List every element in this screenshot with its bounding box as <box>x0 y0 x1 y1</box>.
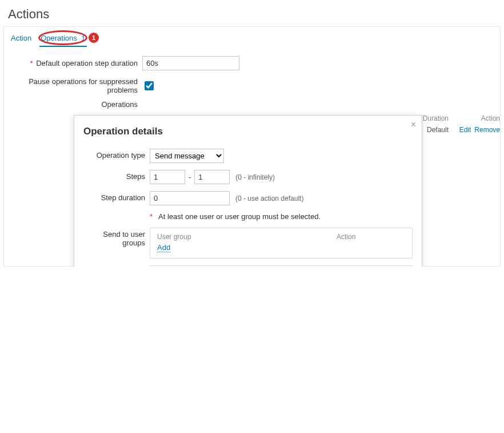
close-icon[interactable]: × <box>411 120 416 129</box>
row-send-users: Send to users User Action Admin (Zabbix … <box>83 262 413 267</box>
input-default-step-duration[interactable] <box>142 56 239 70</box>
label-operation-type: Operation type <box>83 149 150 160</box>
page-title: Actions <box>0 0 504 26</box>
hint-step-duration: (0 - use action default) <box>235 194 303 202</box>
input-step-to[interactable] <box>194 170 230 184</box>
input-step-duration[interactable] <box>150 191 230 205</box>
row-operations: Operations <box>4 98 500 112</box>
operation-details-modal: × Operation details Operation type Send … <box>74 115 422 267</box>
row-operation-type: Operation type Send message <box>83 145 413 166</box>
col-group-action: Action <box>337 233 405 241</box>
table-user-groups: User group Action Add <box>150 228 413 259</box>
required-star-hint: * <box>150 212 153 221</box>
label-send-groups: Send to user groups <box>83 228 150 247</box>
label-default-step-duration: * Default operation step duration <box>10 59 142 67</box>
col-action: Action <box>449 114 500 122</box>
tab-operations-label: Operations <box>41 34 77 42</box>
select-operation-type[interactable]: Send message <box>150 149 224 163</box>
hint-must-select: At least one user or user group must be … <box>158 212 321 221</box>
row-send-groups: Send to user groups User group Action Ad… <box>83 224 413 262</box>
modal-title: Operation details <box>83 126 413 137</box>
row-must-select: * At least one user or user group must b… <box>83 209 413 224</box>
table-users: User Action Admin (Zabbix Administrator)… <box>150 265 413 267</box>
tab-action[interactable]: Action <box>10 31 33 47</box>
label-send-users: Send to users <box>83 265 150 267</box>
input-step-from[interactable] <box>150 170 185 184</box>
label-steps: Steps <box>83 170 150 181</box>
row-steps: Steps - (0 - infinitely) <box>83 166 413 188</box>
hint-steps: (0 - infinitely) <box>235 173 275 181</box>
row-pause-suppressed: Pause operations for suppressed problems <box>4 74 500 98</box>
label-step-duration: Step duration <box>83 191 150 202</box>
row-default-step-duration: * Default operation step duration <box>4 53 500 74</box>
annotation-badge-1: 1 <box>89 33 99 43</box>
dash: - <box>189 173 191 181</box>
col-user-group: User group <box>157 233 337 241</box>
tab-operations-count: 1 <box>81 34 85 42</box>
checkbox-pause-suppressed[interactable] <box>145 81 154 90</box>
row-step-duration: Step duration (0 - use action default) <box>83 188 413 209</box>
tab-operations[interactable]: Operations 1 <box>39 31 86 47</box>
tabs: Action Operations 1 <box>4 27 500 47</box>
text-default-step-duration: Default operation step duration <box>36 59 138 67</box>
actions-panel: Action Operations 1 1 * Default operatio… <box>3 26 501 267</box>
label-pause-suppressed: Pause operations for suppressed problems <box>10 77 142 94</box>
link-add-group[interactable]: Add <box>157 243 170 252</box>
link-edit[interactable]: Edit <box>459 126 471 134</box>
link-remove[interactable]: Remove <box>474 126 500 134</box>
required-star: * <box>30 59 33 67</box>
label-operations: Operations <box>10 99 142 109</box>
